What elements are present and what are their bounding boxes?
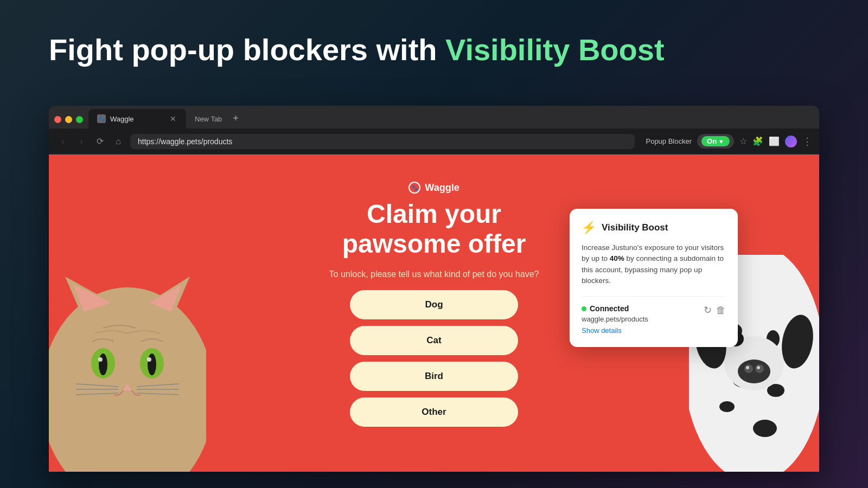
claim-line2: pawsome offer [342,229,526,259]
svg-point-31 [746,366,749,369]
svg-point-10 [98,357,103,362]
svg-point-25 [719,401,735,412]
vb-description: Increase Justuno's exposure to your visi… [582,242,726,286]
claim-line1: Claim your [342,199,526,229]
vb-refresh-button[interactable]: ↻ [704,304,712,316]
svg-point-9 [148,354,156,375]
tab-label-waggle: Waggle [110,115,134,123]
headline-start: Fight pop-up blockers with [49,33,445,67]
cat-button[interactable]: Cat [350,326,518,355]
vb-show-details-link[interactable]: Show details [582,326,622,335]
connected-dot-icon [582,306,586,311]
popup-blocker-label: Popup Blocker [646,137,692,145]
other-button[interactable]: Other [350,397,518,427]
vb-title: Visibility Boost [602,222,668,233]
toggle-on-badge[interactable]: On ▼ [701,136,730,146]
vb-delete-button[interactable]: 🗑 [716,305,726,316]
svg-point-1 [62,298,193,439]
vb-header: ⚡ Visibility Boost [582,221,726,235]
visibility-boost-icon: ⚡ [582,221,596,235]
browser-menu-button[interactable]: ⋮ [802,136,812,147]
url-text: https://waggle.pets/products [138,137,232,146]
tab-close-waggle[interactable]: ✕ [169,114,177,123]
home-button[interactable]: ⌂ [112,137,125,146]
dog-button[interactable]: Dog [350,290,518,319]
tab-bar: 🐾 Waggle ✕ New Tab + [49,106,819,129]
toggle-on-text: On [707,137,717,145]
extensions-icon[interactable]: 🧩 [752,136,763,146]
close-window-button[interactable] [54,116,61,123]
tab-waggle[interactable]: 🐾 Waggle ✕ [88,109,186,129]
split-view-icon[interactable]: ⬜ [769,136,780,146]
svg-point-32 [757,366,760,369]
vb-connected-section: Connected waggle.pets/products Show deta… [582,304,726,335]
refresh-button[interactable]: ⟳ [93,136,106,146]
hero-headline: Fight pop-up blockers with Visibility Bo… [49,33,665,67]
forward-button[interactable]: › [75,137,88,146]
bookmark-icon[interactable]: ☆ [739,136,747,146]
headline-highlight: Visibility Boost [445,33,664,67]
url-bar[interactable]: https://waggle.pets/products [130,134,635,149]
vb-status: Connected [582,304,648,313]
cat-image [49,244,206,472]
tab-label-new: New Tab [195,115,222,123]
svg-point-26 [753,420,777,437]
maximize-window-button[interactable] [76,116,83,123]
address-right-icons: Popup Blocker On ▼ ☆ 🧩 ⬜ ⋮ [646,134,812,149]
visibility-boost-popup: ⚡ Visibility Boost Increase Justuno's ex… [570,209,738,347]
new-tab-button[interactable]: + [231,113,239,129]
profile-avatar[interactable] [785,136,797,147]
vb-description-bold: 40% [610,254,624,262]
vb-status-text: Connected [590,304,629,313]
tab-favicon-waggle: 🐾 [97,114,106,123]
waggle-logo-text: Waggle [425,182,459,194]
bird-button[interactable]: Bird [350,362,518,391]
traffic-lights [54,116,88,129]
minimize-window-button[interactable] [65,116,72,123]
svg-point-28 [738,359,770,383]
browser-window: 🐾 Waggle ✕ New Tab + ‹ › ⟳ ⌂ https://wag… [49,106,819,472]
address-bar: ‹ › ⟳ ⌂ https://waggle.pets/products Pop… [49,129,819,155]
claim-headline: Claim your pawsome offer [342,199,526,259]
svg-point-11 [147,357,151,362]
vb-divider [582,296,726,297]
waggle-logo: 🐾 Waggle [409,182,459,194]
svg-point-8 [99,354,107,375]
toggle-chevron-icon: ▼ [718,138,724,145]
vb-action-buttons: ↻ 🗑 [704,304,726,316]
back-button[interactable]: ‹ [56,137,69,146]
vb-connected-info: Connected waggle.pets/products Show deta… [582,304,648,335]
tab-new[interactable]: New Tab [186,109,231,129]
vb-domain: waggle.pets/products [582,315,648,323]
waggle-logo-icon: 🐾 [409,182,420,194]
page-content: 🐾 Waggle Claim your pawsome offer To unl… [49,155,819,472]
popup-blocker-toggle[interactable]: On ▼ [697,134,734,149]
unlock-text: To unlock, please tell us what kind of p… [329,269,539,279]
